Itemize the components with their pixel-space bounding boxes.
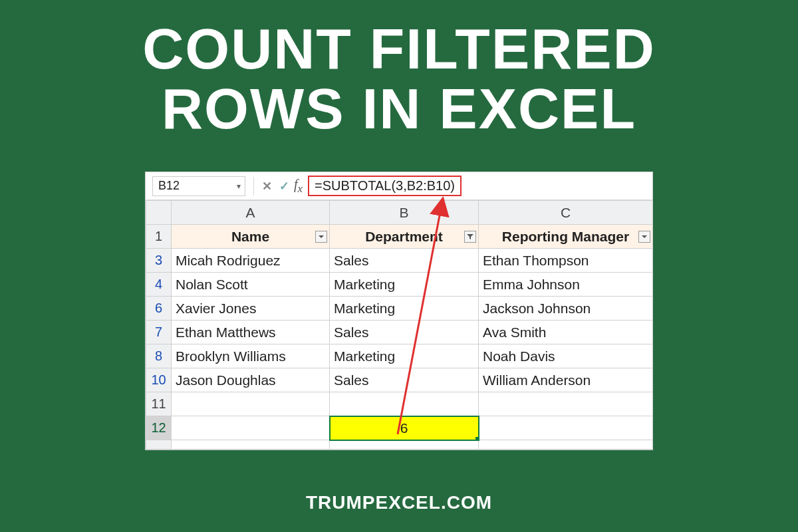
cell[interactable]: Ethan Thompson <box>479 249 653 273</box>
column-header-row: A B C <box>146 201 653 225</box>
cell[interactable]: William Anderson <box>479 368 653 392</box>
row-header[interactable]: 6 <box>146 297 172 321</box>
cell[interactable]: Marketing <box>330 297 479 321</box>
cell[interactable] <box>172 416 330 440</box>
table-row: 7 Ethan Matthews Sales Ava Smith <box>146 321 653 344</box>
cell[interactable]: Sales <box>330 249 479 273</box>
cell[interactable] <box>330 392 479 416</box>
formula-bar: B12 ▾ ✕ ✓ fx =SUBTOTAL(3,B2:B10) <box>146 172 652 200</box>
header-manager[interactable]: Reporting Manager <box>479 225 653 249</box>
cell[interactable] <box>330 440 479 450</box>
row-header[interactable]: 1 <box>146 225 172 249</box>
name-box[interactable]: B12 ▾ <box>152 176 245 196</box>
cell[interactable]: Jackson Johnson <box>479 297 653 321</box>
row-header[interactable]: 7 <box>146 321 172 344</box>
cell[interactable]: Marketing <box>330 273 479 297</box>
filter-dropdown-icon[interactable] <box>638 231 650 243</box>
cell[interactable]: Brooklyn Williams <box>172 344 330 368</box>
partial-row <box>146 440 653 450</box>
cell[interactable]: Sales <box>330 321 479 344</box>
header-department-label: Department <box>365 229 443 244</box>
row-header[interactable]: 10 <box>146 368 172 392</box>
result-value: 6 <box>400 420 408 436</box>
table-row: 6 Xavier Jones Marketing Jackson Johnson <box>146 297 653 321</box>
title-line-1: COUNT FILTERED <box>142 17 656 80</box>
cell[interactable] <box>172 392 330 416</box>
cell[interactable]: Noah Davis <box>479 344 653 368</box>
page-title: COUNT FILTERED ROWS IN EXCEL <box>0 0 798 139</box>
title-line-2: ROWS IN EXCEL <box>162 76 636 140</box>
table-row: 3 Micah Rodriguez Sales Ethan Thompson <box>146 249 653 273</box>
row-header[interactable]: 11 <box>146 392 172 416</box>
cell[interactable]: Jason Doughlas <box>172 368 330 392</box>
name-box-value: B12 <box>158 179 180 193</box>
cell[interactable]: Xavier Jones <box>172 297 330 321</box>
cell[interactable] <box>479 392 653 416</box>
row-header[interactable]: 8 <box>146 344 172 368</box>
blank-row: 11 <box>146 392 653 416</box>
fx-icon[interactable]: fx <box>294 177 303 196</box>
spreadsheet-grid: A B C 1 Name Department Reporting Manage… <box>146 200 653 450</box>
result-row: 12 6 <box>146 416 653 440</box>
header-manager-label: Reporting Manager <box>502 229 629 244</box>
col-header-c[interactable]: C <box>479 201 653 225</box>
fill-handle[interactable] <box>475 437 479 440</box>
excel-screenshot: B12 ▾ ✕ ✓ fx =SUBTOTAL(3,B2:B10) A B C 1… <box>145 172 653 450</box>
row-header[interactable] <box>146 440 172 450</box>
cell[interactable]: Ava Smith <box>479 321 653 344</box>
table-row: 4 Nolan Scott Marketing Emma Johnson <box>146 273 653 297</box>
select-all-corner[interactable] <box>146 201 172 225</box>
filter-dropdown-icon[interactable] <box>315 231 327 243</box>
row-header[interactable]: 4 <box>146 273 172 297</box>
cell[interactable]: Emma Johnson <box>479 273 653 297</box>
col-header-a[interactable]: A <box>172 201 330 225</box>
table-header-row: 1 Name Department Reporting Manager <box>146 225 653 249</box>
filter-active-icon[interactable] <box>464 231 476 243</box>
header-department[interactable]: Department <box>330 225 479 249</box>
cell[interactable]: Marketing <box>330 344 479 368</box>
cell[interactable] <box>479 440 653 450</box>
cell[interactable]: Micah Rodriguez <box>172 249 330 273</box>
table-row: 10 Jason Doughlas Sales William Anderson <box>146 368 653 392</box>
row-header[interactable]: 3 <box>146 249 172 273</box>
cell[interactable]: Nolan Scott <box>172 273 330 297</box>
formula-input[interactable]: =SUBTOTAL(3,B2:B10) <box>308 176 462 196</box>
row-header[interactable]: 12 <box>146 416 172 440</box>
cell[interactable] <box>172 440 330 450</box>
cancel-x-icon[interactable]: ✕ <box>258 177 275 196</box>
enter-check-icon[interactable]: ✓ <box>275 177 293 196</box>
cell[interactable] <box>479 416 653 440</box>
header-name-label: Name <box>231 229 269 244</box>
chevron-down-icon: ▾ <box>237 182 241 191</box>
selected-cell[interactable]: 6 <box>330 416 479 440</box>
table-row: 8 Brooklyn Williams Marketing Noah Davis <box>146 344 653 368</box>
footer-credit: TRUMPEXCEL.COM <box>0 492 798 513</box>
header-name[interactable]: Name <box>172 225 330 249</box>
divider <box>253 177 254 196</box>
cell[interactable]: Sales <box>330 368 479 392</box>
col-header-b[interactable]: B <box>330 201 479 225</box>
cell[interactable]: Ethan Matthews <box>172 321 330 344</box>
